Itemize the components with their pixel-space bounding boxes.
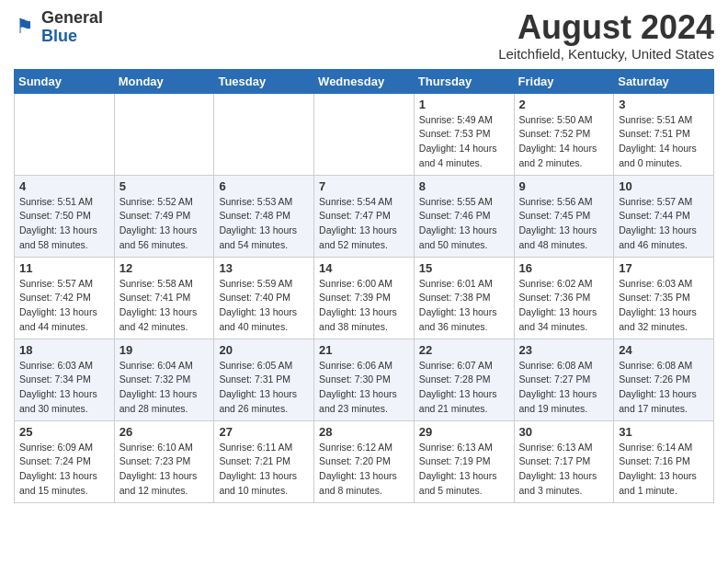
day-number: 7 (319, 179, 409, 193)
day-info: Sunrise: 5:59 AMSunset: 7:40 PMDaylight:… (219, 277, 309, 335)
svg-text:⚑: ⚑ (16, 15, 34, 38)
calendar-cell: 29Sunrise: 6:13 AMSunset: 7:19 PMDayligh… (414, 420, 514, 502)
day-number: 2 (519, 98, 609, 111)
logo-text: General Blue (41, 9, 103, 46)
weekday-header-wednesday: Wednesday (314, 69, 415, 93)
calendar-cell: 12Sunrise: 5:58 AMSunset: 7:41 PMDayligh… (114, 257, 214, 339)
day-info: Sunrise: 5:51 AMSunset: 7:51 PMDaylight:… (619, 113, 709, 171)
calendar-table: SundayMondayTuesdayWednesdayThursdayFrid… (14, 69, 714, 503)
day-info: Sunrise: 6:14 AMSunset: 7:16 PMDaylight:… (619, 441, 709, 499)
day-info: Sunrise: 6:08 AMSunset: 7:26 PMDaylight:… (619, 359, 709, 417)
calendar-cell (314, 93, 415, 175)
day-info: Sunrise: 5:53 AMSunset: 7:48 PMDaylight:… (219, 195, 309, 253)
day-number: 29 (419, 425, 509, 439)
calendar-cell: 11Sunrise: 5:57 AMSunset: 7:42 PMDayligh… (15, 257, 115, 339)
calendar-cell (15, 93, 115, 175)
calendar-cell: 18Sunrise: 6:03 AMSunset: 7:34 PMDayligh… (15, 339, 115, 420)
day-info: Sunrise: 5:54 AMSunset: 7:47 PMDaylight:… (319, 195, 409, 253)
day-info: Sunrise: 6:08 AMSunset: 7:27 PMDaylight:… (519, 359, 609, 417)
day-number: 13 (219, 261, 309, 275)
day-info: Sunrise: 5:55 AMSunset: 7:46 PMDaylight:… (419, 195, 509, 253)
calendar-cell: 3Sunrise: 5:51 AMSunset: 7:51 PMDaylight… (614, 93, 714, 175)
weekday-header-thursday: Thursday (414, 69, 514, 93)
day-number: 9 (519, 179, 609, 193)
day-number: 31 (619, 425, 709, 439)
calendar-cell: 17Sunrise: 6:03 AMSunset: 7:35 PMDayligh… (614, 257, 714, 339)
day-number: 16 (519, 261, 609, 275)
day-number: 28 (319, 425, 409, 439)
day-info: Sunrise: 6:00 AMSunset: 7:39 PMDaylight:… (319, 277, 409, 335)
day-info: Sunrise: 5:57 AMSunset: 7:42 PMDaylight:… (19, 277, 109, 335)
calendar-cell: 24Sunrise: 6:08 AMSunset: 7:26 PMDayligh… (614, 339, 714, 420)
weekday-header-monday: Monday (114, 69, 214, 93)
day-info: Sunrise: 6:09 AMSunset: 7:24 PMDaylight:… (19, 441, 109, 499)
day-info: Sunrise: 6:05 AMSunset: 7:31 PMDaylight:… (219, 359, 309, 417)
day-number: 20 (219, 343, 309, 357)
day-info: Sunrise: 5:56 AMSunset: 7:45 PMDaylight:… (519, 195, 609, 253)
calendar-cell: 21Sunrise: 6:06 AMSunset: 7:30 PMDayligh… (314, 339, 415, 420)
day-number: 19 (119, 343, 210, 357)
page-header: ⚑ General Blue August 2024 Leitchfield, … (14, 9, 714, 62)
weekday-header-row: SundayMondayTuesdayWednesdayThursdayFrid… (15, 69, 714, 93)
day-info: Sunrise: 5:58 AMSunset: 7:41 PMDaylight:… (119, 277, 210, 335)
day-number: 10 (619, 179, 709, 193)
title-section: August 2024 Leitchfield, Kentucky, Unite… (498, 9, 714, 62)
day-info: Sunrise: 6:07 AMSunset: 7:28 PMDaylight:… (419, 359, 509, 417)
day-number: 17 (619, 261, 709, 275)
day-info: Sunrise: 5:57 AMSunset: 7:44 PMDaylight:… (619, 195, 709, 253)
calendar-cell: 13Sunrise: 5:59 AMSunset: 7:40 PMDayligh… (214, 257, 314, 339)
calendar-cell: 30Sunrise: 6:13 AMSunset: 7:17 PMDayligh… (514, 420, 614, 502)
day-number: 3 (619, 98, 709, 111)
calendar-cell: 25Sunrise: 6:09 AMSunset: 7:24 PMDayligh… (15, 420, 115, 502)
day-number: 1 (419, 98, 509, 111)
calendar-cell: 20Sunrise: 6:05 AMSunset: 7:31 PMDayligh… (214, 339, 314, 420)
day-number: 14 (319, 261, 409, 275)
calendar-cell: 2Sunrise: 5:50 AMSunset: 7:52 PMDaylight… (514, 93, 614, 175)
day-number: 26 (119, 425, 210, 439)
calendar-week-2: 4Sunrise: 5:51 AMSunset: 7:50 PMDaylight… (15, 175, 714, 257)
month-title: August 2024 (498, 9, 714, 46)
day-number: 8 (419, 179, 509, 193)
calendar-cell: 26Sunrise: 6:10 AMSunset: 7:23 PMDayligh… (114, 420, 214, 502)
calendar-cell: 31Sunrise: 6:14 AMSunset: 7:16 PMDayligh… (614, 420, 714, 502)
logo-icon: ⚑ (14, 15, 40, 40)
day-info: Sunrise: 6:01 AMSunset: 7:38 PMDaylight:… (419, 277, 509, 335)
calendar-week-5: 25Sunrise: 6:09 AMSunset: 7:24 PMDayligh… (15, 420, 714, 502)
day-number: 30 (519, 425, 609, 439)
calendar-cell: 9Sunrise: 5:56 AMSunset: 7:45 PMDaylight… (514, 175, 614, 257)
day-info: Sunrise: 5:51 AMSunset: 7:50 PMDaylight:… (19, 195, 109, 253)
day-info: Sunrise: 5:50 AMSunset: 7:52 PMDaylight:… (519, 113, 609, 171)
day-info: Sunrise: 6:13 AMSunset: 7:17 PMDaylight:… (519, 441, 609, 499)
weekday-header-sunday: Sunday (15, 69, 115, 93)
day-info: Sunrise: 6:06 AMSunset: 7:30 PMDaylight:… (319, 359, 409, 417)
day-number: 18 (19, 343, 109, 357)
day-number: 24 (619, 343, 709, 357)
day-number: 21 (319, 343, 409, 357)
day-number: 4 (19, 179, 109, 193)
location: Leitchfield, Kentucky, United States (498, 46, 714, 62)
day-info: Sunrise: 6:13 AMSunset: 7:19 PMDaylight:… (419, 441, 509, 499)
day-info: Sunrise: 6:10 AMSunset: 7:23 PMDaylight:… (119, 441, 210, 499)
calendar-cell: 15Sunrise: 6:01 AMSunset: 7:38 PMDayligh… (414, 257, 514, 339)
day-info: Sunrise: 6:11 AMSunset: 7:21 PMDaylight:… (219, 441, 309, 499)
day-number: 6 (219, 179, 309, 193)
calendar-week-4: 18Sunrise: 6:03 AMSunset: 7:34 PMDayligh… (15, 339, 714, 420)
calendar-cell: 5Sunrise: 5:52 AMSunset: 7:49 PMDaylight… (114, 175, 214, 257)
weekday-header-friday: Friday (514, 69, 614, 93)
calendar-cell: 16Sunrise: 6:02 AMSunset: 7:36 PMDayligh… (514, 257, 614, 339)
day-number: 12 (119, 261, 210, 275)
calendar-cell: 23Sunrise: 6:08 AMSunset: 7:27 PMDayligh… (514, 339, 614, 420)
calendar-week-3: 11Sunrise: 5:57 AMSunset: 7:42 PMDayligh… (15, 257, 714, 339)
calendar-cell: 22Sunrise: 6:07 AMSunset: 7:28 PMDayligh… (414, 339, 514, 420)
logo: ⚑ General Blue (14, 9, 103, 46)
calendar-cell: 19Sunrise: 6:04 AMSunset: 7:32 PMDayligh… (114, 339, 214, 420)
day-number: 11 (19, 261, 109, 275)
day-info: Sunrise: 6:12 AMSunset: 7:20 PMDaylight:… (319, 441, 409, 499)
calendar-cell: 8Sunrise: 5:55 AMSunset: 7:46 PMDaylight… (414, 175, 514, 257)
calendar-cell: 10Sunrise: 5:57 AMSunset: 7:44 PMDayligh… (614, 175, 714, 257)
calendar-cell: 7Sunrise: 5:54 AMSunset: 7:47 PMDaylight… (314, 175, 415, 257)
calendar-cell: 4Sunrise: 5:51 AMSunset: 7:50 PMDaylight… (15, 175, 115, 257)
calendar-cell (114, 93, 214, 175)
calendar-cell: 1Sunrise: 5:49 AMSunset: 7:53 PMDaylight… (414, 93, 514, 175)
calendar-cell: 14Sunrise: 6:00 AMSunset: 7:39 PMDayligh… (314, 257, 415, 339)
